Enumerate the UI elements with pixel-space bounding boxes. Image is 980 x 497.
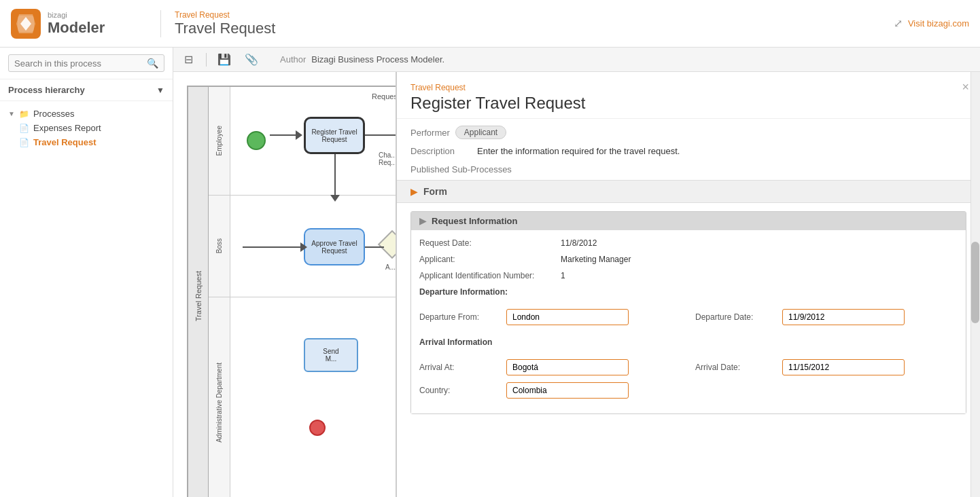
start-event[interactable]: [247, 131, 266, 150]
country-label: Country:: [419, 386, 501, 395]
attach-icon[interactable]: 📎: [242, 50, 261, 69]
process-hierarchy-label: Process hierarchy: [8, 85, 85, 95]
expenses-report-label: Expenses Report: [33, 123, 101, 133]
departure-date-col: Departure Date:: [695, 309, 958, 332]
header-breadcrumb: Travel Request: [175, 10, 894, 20]
arrival-date-col: Arrival Date:: [695, 359, 958, 382]
form-section-header: ▶ Request Information: [411, 212, 966, 230]
arrival-at-input[interactable]: [506, 359, 629, 375]
form-row-departure-info: Departure Information:: [419, 287, 958, 302]
form-section-request: ▶ Request Information Request Date: 11/8…: [410, 211, 966, 414]
header-title: Travel Request: [175, 20, 894, 37]
process-hierarchy-header: Process hierarchy ▼: [0, 79, 173, 101]
form-row-arrival: Arrival At: Arrival Date:: [419, 359, 958, 382]
logo-text: bizagi Modeler: [48, 11, 105, 37]
lane-employee-label: Employee: [209, 87, 230, 195]
detail-header: Travel Request Register Travel Request ×: [397, 72, 980, 119]
form-header-icon: ▶: [410, 186, 418, 197]
lane-boss-label: Boss: [209, 196, 230, 297]
form-section-body: Request Date: 11/8/2012 Applicant: Marke…: [411, 230, 966, 413]
visit-link[interactable]: Visit bizagi.com: [908, 18, 969, 29]
sidebar-item-expenses[interactable]: 📄 Expenses Report: [8, 121, 164, 135]
form-row-applicant: Applicant: Marketing Manager: [419, 255, 958, 264]
section-expand-icon[interactable]: ▶: [419, 216, 426, 226]
arrival-date-input[interactable]: [782, 359, 905, 375]
applicant-label: Applicant:: [419, 255, 555, 264]
processes-label: Processes: [33, 109, 75, 119]
search-icon[interactable]: 🔍: [147, 58, 158, 69]
header-right: ⤢ Visit bizagi.com: [894, 17, 969, 30]
scrollbar-thumb[interactable]: [971, 242, 979, 323]
search-input-wrap[interactable]: 🔍: [8, 54, 164, 72]
detail-title: Register Travel Request: [410, 94, 966, 113]
detail-form[interactable]: ▶ Form ▶ Request Information: [397, 180, 980, 497]
tree-area: ▼ 📁 Processes 📄 Expenses Report 📄 Travel…: [0, 101, 173, 155]
arrival-info-label: Arrival Information: [419, 337, 492, 347]
flow-arrow-down: [334, 154, 336, 196]
departure-date-input[interactable]: [782, 309, 905, 325]
applicant-value: Marketing Manager: [561, 255, 631, 264]
subprocesses-label: Published Sub-Processes: [410, 164, 512, 174]
departure-from-input[interactable]: [506, 309, 629, 325]
form-header: ▶ Form: [397, 180, 980, 203]
task-approve-travel[interactable]: Approve Travel Request: [304, 228, 365, 265]
save-icon[interactable]: 💾: [215, 50, 234, 69]
arrival-at-row: Arrival At:: [419, 359, 682, 375]
toolbar-divider: [206, 53, 207, 67]
collapse-panel-icon[interactable]: ⊟: [179, 50, 198, 69]
task-register-travel[interactable]: Register Travel Request: [304, 117, 365, 154]
detail-meta: Performer Applicant: [397, 119, 980, 146]
arrival-date-label: Arrival Date:: [695, 363, 777, 372]
departure-from-label: Departure From:: [419, 312, 501, 322]
request-date-label: Request Date:: [419, 238, 555, 248]
vertical-scrollbar[interactable]: [970, 72, 980, 497]
close-button[interactable]: ×: [962, 80, 969, 94]
form-header-label: Form: [423, 186, 447, 197]
description-label: Description: [410, 146, 472, 156]
applicant-id-label: Applicant Identification Number:: [419, 271, 555, 280]
detail-description: Description Enter the information requir…: [397, 146, 980, 162]
flow-arrow-1: [270, 134, 297, 136]
country-select[interactable]: Colombia: [506, 382, 629, 399]
search-bar: 🔍: [0, 48, 173, 79]
section-title: Request Information: [432, 216, 517, 226]
hierarchy-collapse-icon[interactable]: ▼: [156, 86, 164, 95]
swimlane-title: Travel Request: [188, 87, 209, 497]
sidebar-item-processes[interactable]: ▼ 📁 Processes: [8, 107, 164, 121]
header-title-area: Travel Request Travel Request: [160, 10, 894, 37]
expand-icon[interactable]: ⤢: [894, 17, 903, 30]
task-send-label: Send M...: [323, 348, 338, 363]
sidebar: 🔍 Process hierarchy ▼ ▼ 📁 Processes 📄 Ex…: [0, 48, 173, 497]
travel-request-label: Travel Request: [33, 137, 97, 147]
flow-arrow-4: [365, 246, 384, 248]
author-value: Bizagi Business Process Modeler.: [311, 54, 444, 65]
form-row-country: Country: Colombia: [419, 382, 958, 399]
modeler-brand: Modeler: [48, 19, 105, 37]
lane-boss-text: Boss: [215, 238, 223, 253]
task-approve-label: Approve Travel Request: [311, 240, 357, 255]
lane-employee-text: Employee: [215, 126, 223, 155]
doc-icon-travel: 📄: [19, 138, 29, 147]
end-event: [309, 420, 326, 436]
search-input[interactable]: [14, 58, 147, 69]
description-value: Enter the information required for the t…: [477, 146, 680, 156]
departure-date-label: Departure Date:: [695, 312, 777, 322]
detail-subprocesses: Published Sub-Processes: [397, 162, 980, 180]
folder-icon: 📁: [19, 109, 29, 119]
diagram-canvas[interactable]: Travel Request Employee Register Travel …: [173, 72, 980, 497]
departure-from-row: Departure From:: [419, 309, 682, 325]
task-send[interactable]: Send M...: [304, 338, 358, 372]
sidebar-item-travel[interactable]: 📄 Travel Request: [8, 135, 164, 149]
lane-admin-label: Administrative Department: [209, 297, 230, 497]
flow-arrowhead-1: [296, 130, 302, 140]
form-row-departure: Departure From: Departure Date:: [419, 309, 958, 332]
detail-breadcrumb: Travel Request: [410, 83, 966, 92]
swimlane-title-text: Travel Request: [194, 271, 203, 321]
change-req-label: Cha... Req...: [379, 151, 397, 166]
arrival-at-label: Arrival At:: [419, 363, 501, 372]
form-body: ▶ Request Information Request Date: 11/8…: [397, 211, 980, 414]
form-row-arrival-info: Arrival Information: [419, 337, 958, 352]
detail-panel: Travel Request Register Travel Request ×…: [396, 72, 980, 497]
request-date-value: 11/8/2012: [561, 238, 597, 248]
tree-expand-icon: ▼: [8, 110, 15, 117]
